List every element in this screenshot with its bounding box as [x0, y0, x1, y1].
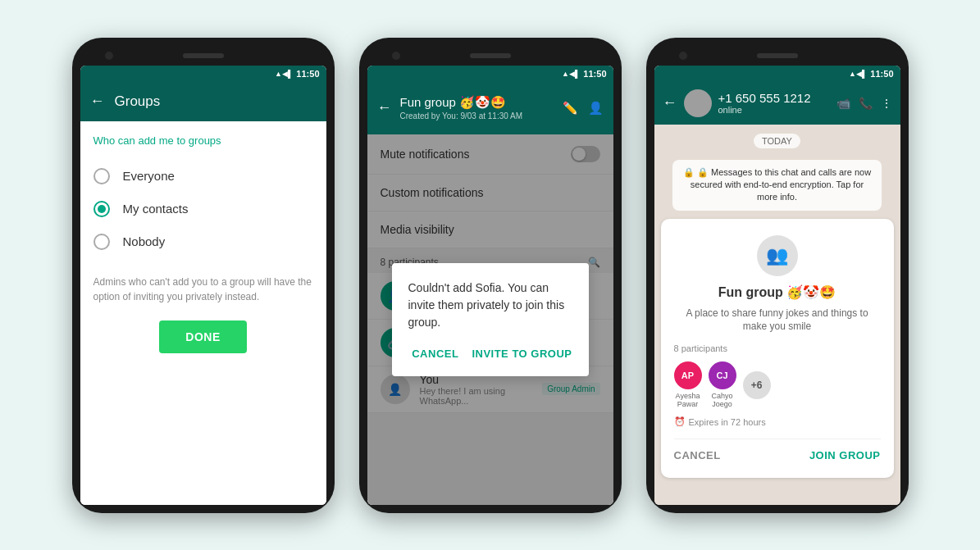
chat-contact-name: +1 650 555 1212	[718, 91, 830, 105]
dialog-text: Couldn't add Sofia. You can invite them …	[408, 280, 572, 331]
invite-avatars: AP AyeshaPawar CJ CahyoJoego +6	[674, 361, 881, 408]
group-created: Created by You: 9/03 at 11:30 AM	[400, 111, 554, 120]
section-label: Who can add me to groups	[93, 134, 313, 147]
groups-title: Groups	[115, 93, 317, 110]
phone-camera-1	[105, 52, 113, 60]
chat-header-info: +1 650 555 1212 online	[718, 91, 830, 115]
expiry-text: Expires in 72 hours	[689, 417, 766, 427]
group-settings-list: Mute notifications Custom notifications …	[367, 134, 613, 505]
chat-area: TODAY 🔒 🔒 Messages to this chat and call…	[654, 125, 900, 505]
dialog-overlay: Couldn't add Sofia. You can invite them …	[367, 134, 613, 505]
groups-content: Who can add me to groups Everyone My con…	[80, 121, 326, 505]
radio-label-nobody: Nobody	[123, 234, 166, 248]
phone-screen-2: ▲◀▌ 11:50 ← Fun group 🥳🤡🤩 Created by You…	[367, 66, 613, 505]
signal-icon-1: ▲◀▌	[275, 70, 293, 78]
system-message: 🔒 🔒 Messages to this chat and calls are …	[672, 160, 882, 211]
signal-icon-3: ▲◀▌	[849, 70, 867, 78]
time-2: 11:50	[583, 69, 606, 79]
avatar-img-cahyo: CJ	[709, 361, 736, 389]
phone-speaker-3	[757, 53, 798, 58]
helper-text: Admins who can't add you to a group will…	[93, 275, 313, 304]
avatar-img-ayesha: AP	[674, 361, 702, 389]
more-options-icon[interactable]: ⋮	[881, 97, 892, 110]
invite-group-icon: 👥	[757, 235, 798, 276]
add-participant-icon[interactable]: 👤	[588, 101, 604, 116]
phone-top-bar-1	[80, 46, 326, 66]
phone-top-bar-2	[367, 46, 613, 66]
dialog-box: Couldn't add Sofia. You can invite them …	[392, 263, 589, 376]
system-message-text: 🔒 Messages to this chat and calls are no…	[691, 167, 871, 202]
status-bar-1: ▲◀▌ 11:50	[80, 66, 326, 82]
invite-card: 👥 Fun group 🥳🤡🤩 A place to share funny j…	[661, 219, 894, 479]
status-bar-3: ▲◀▌ 11:50	[654, 66, 900, 82]
back-button-3[interactable]: ←	[663, 94, 677, 111]
chat-contact-status: online	[718, 105, 830, 115]
phone-3: ▲◀▌ 11:50 ← +1 650 555 1212 online 📹 📞 ⋮…	[646, 38, 909, 513]
groups-header: ← Groups	[80, 82, 326, 121]
dialog-cancel-button[interactable]: CANCEL	[412, 348, 458, 360]
radio-label-everyone: Everyone	[123, 169, 175, 183]
phone-screen-3: ▲◀▌ 11:50 ← +1 650 555 1212 online 📹 📞 ⋮…	[654, 66, 900, 505]
dialog-invite-button[interactable]: INVITE TO GROUP	[472, 348, 572, 360]
video-call-icon[interactable]: 📹	[836, 97, 850, 110]
invite-cancel-button[interactable]: CANCEL	[674, 449, 721, 461]
radio-circle-everyone	[93, 168, 110, 184]
radio-everyone[interactable]: Everyone	[93, 160, 313, 193]
radio-my-contacts[interactable]: My contacts	[93, 193, 313, 225]
signal-icon-2: ▲◀▌	[562, 70, 580, 78]
done-button[interactable]: DONE	[159, 320, 246, 353]
avatar-name-cahyo: CahyoJoego	[711, 392, 732, 408]
edit-icon[interactable]: ✏️	[563, 101, 578, 116]
avatar-img-more: +6	[743, 371, 771, 399]
time-3: 11:50	[870, 69, 893, 79]
phone-1: ▲◀▌ 11:50 ← Groups Who can add me to gro…	[72, 38, 335, 513]
avatar-ayesha: AP AyeshaPawar	[674, 361, 702, 408]
group-header: ← Fun group 🥳🤡🤩 Created by You: 9/03 at …	[367, 82, 613, 134]
dialog-actions: CANCEL INVITE TO GROUP	[408, 348, 572, 360]
chat-header-icons: 📹 📞 ⋮	[836, 97, 892, 110]
invite-expiry: ⏰ Expires in 72 hours	[674, 416, 881, 427]
join-group-button[interactable]: JOIN GROUP	[809, 449, 881, 461]
radio-nobody[interactable]: Nobody	[93, 225, 313, 258]
voice-call-icon[interactable]: 📞	[859, 97, 873, 110]
phone-speaker-1	[183, 53, 224, 58]
date-pill: TODAY	[754, 134, 800, 148]
avatar-cahyo: CJ CahyoJoego	[709, 361, 736, 408]
radio-circle-nobody	[93, 234, 110, 250]
status-bar-2: ▲◀▌ 11:50	[367, 66, 613, 82]
back-button-1[interactable]: ←	[90, 93, 105, 110]
avatar-more: +6	[743, 371, 771, 399]
phone-camera-2	[392, 52, 400, 60]
group-icon: 👥	[766, 245, 788, 266]
group-header-icons: ✏️ 👤	[563, 101, 604, 116]
invite-participants-count: 8 participants	[674, 343, 881, 353]
radio-label-my-contacts: My contacts	[123, 202, 189, 216]
radio-circle-my-contacts	[93, 201, 110, 217]
lock-icon: 🔒	[683, 167, 695, 177]
invite-card-title: Fun group 🥳🤡🤩	[674, 284, 881, 300]
phone-screen-1: ▲◀▌ 11:50 ← Groups Who can add me to gro…	[80, 66, 326, 505]
phone-2: ▲◀▌ 11:50 ← Fun group 🥳🤡🤩 Created by You…	[359, 38, 622, 513]
phone-top-bar-3	[654, 46, 900, 66]
phone-speaker-2	[470, 53, 511, 58]
group-header-info: Fun group 🥳🤡🤩 Created by You: 9/03 at 11…	[400, 95, 554, 120]
clock-icon: ⏰	[674, 416, 686, 427]
contact-avatar	[684, 89, 712, 117]
invite-card-desc: A place to share funny jokes and things …	[674, 307, 881, 334]
phone-camera-3	[679, 52, 687, 60]
avatar-name-ayesha: AyeshaPawar	[676, 392, 700, 408]
chat-header: ← +1 650 555 1212 online 📹 📞 ⋮	[654, 82, 900, 125]
time-1: 11:50	[296, 69, 319, 79]
invite-card-actions: CANCEL JOIN GROUP	[674, 439, 881, 461]
date-divider: TODAY	[663, 133, 892, 148]
group-name: Fun group 🥳🤡🤩	[400, 95, 554, 110]
back-button-2[interactable]: ←	[377, 99, 392, 116]
